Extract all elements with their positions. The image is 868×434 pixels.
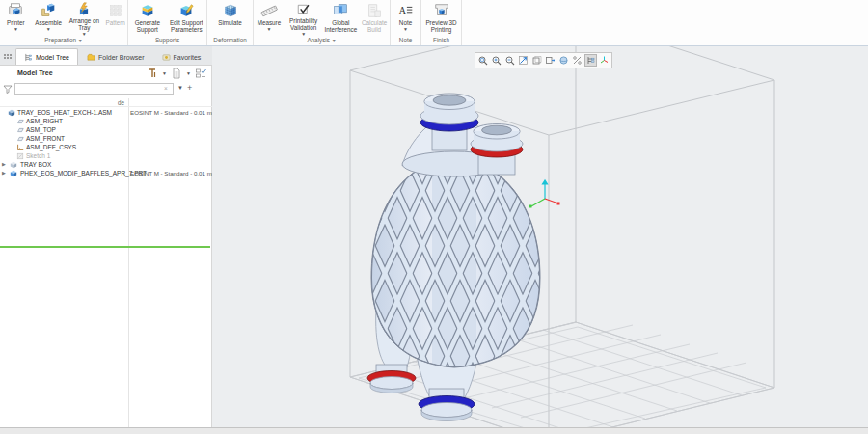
dropdown-arrow-icon[interactable]: ▼ [186,70,191,76]
filter-funnel-icon[interactable] [3,84,13,94]
ribbon-group-finish: Preview 3D Printing Finish [421,0,462,45]
simulate-label: Simulate [218,20,242,27]
edit-support-parameters-icon [176,2,196,19]
datum-plane-icon [16,118,24,125]
simulate-button[interactable]: Simulate [211,1,250,36]
preview-3d-printing-icon [432,2,451,19]
tab-folder-browser-label: Folder Browser [98,54,144,61]
spin-center-icon [599,55,610,66]
document-icon[interactable] [171,68,182,79]
tree-filter-display-button[interactable] [584,54,597,67]
assemble-icon [39,2,58,19]
status-bar [0,427,868,434]
tab-folder-browser[interactable]: Folder Browser [78,48,152,65]
tab-favorites-label: Favorites [174,54,202,61]
heat-exchanger-model[interactable] [220,94,625,427]
arrange-on-tray-icon [74,2,94,17]
datum-plane-icon [16,126,24,134]
zoom-in-button[interactable] [490,54,502,67]
tree-filter-display-icon [585,55,596,66]
preview-3d-printing-button[interactable]: Preview 3D Printing [423,1,460,36]
group-label-supports: Supports [128,36,206,45]
tree-row-tray-box[interactable]: ▶ TRAY BOX [0,160,212,169]
spin-center-button[interactable] [598,54,610,67]
zoom-out-button[interactable] [503,54,516,67]
view-normal-icon [545,55,556,66]
global-interference-button[interactable]: Global Interference [323,1,360,36]
tree-row-phex-part[interactable]: ▶ PHEX_EOS_MODIF_BAFFLES_APR_7.PRT EOSIN… [0,169,212,177]
calculate-build-icon [365,2,384,19]
tree-row-sketch[interactable]: Sketch 1 [0,151,212,160]
tree-settings-icon[interactable] [147,68,158,79]
preview-3d-printing-label: Preview 3D Printing [423,20,460,34]
columns-settings-icon[interactable] [195,68,206,79]
part-icon [10,170,17,177]
csys-icon [16,144,24,151]
tree-row-csys[interactable]: ASM_DEF_CSYS [0,143,212,151]
group-label-note: Note [391,36,420,45]
tree-row-datum-plane[interactable]: ASM_FRONT [0,134,212,143]
arrange-on-tray-label: Arrange on Tray [65,18,103,32]
dropdown-arrow-icon: ▼ [14,27,18,31]
tab-favorites[interactable]: Favorites [153,48,210,65]
dropdown-arrow-icon: ▼ [78,38,83,43]
expand-arrow-icon[interactable]: ▶ [2,170,6,176]
tree-filter-input[interactable] [14,83,174,95]
part-icon [10,161,17,169]
pattern-label: Pattern [105,20,124,27]
global-interference-icon [331,2,350,19]
datum-plane-icon [16,135,24,143]
ribbon-group-preparation: Printer ▼ Assemble ▼ [0,0,128,45]
group-label-analysis[interactable]: Analysis ▼ [254,36,390,45]
view-normal-button[interactable] [544,54,556,67]
add-filter-icon[interactable]: + [187,83,192,93]
ribbon-group-analysis: Measure ▼ Printability Validation ▼ [254,0,391,45]
group-label-deformation: Deformation [207,36,253,45]
svg-text:A: A [398,5,406,15]
datum-display-button[interactable] [571,54,583,67]
refit-button[interactable] [476,54,489,67]
panel-title: Model Tree [17,69,53,76]
tree-row-datum-plane[interactable]: ASM_TOP [0,125,212,134]
dropdown-arrow-icon: ▼ [46,27,51,31]
panel-drag-handle[interactable] [2,48,14,64]
printability-validation-label: Printability Validation [285,18,323,32]
clear-filter-icon[interactable]: × [164,85,168,92]
model-tree: de TRAY_EOS_HEAT_EXCH-1.ASM EOSINT M - S… [0,98,212,427]
printer-button[interactable]: Printer ▼ [0,1,32,36]
expand-arrow-icon[interactable]: ▶ [2,161,6,167]
group-label-preparation[interactable]: Preparation ▼ [0,36,127,45]
saved-orientations-button[interactable] [530,54,543,67]
insertion-indicator [0,246,210,248]
edit-support-parameters-label: Edit Support Parameters [167,20,206,34]
assemble-button[interactable]: Assemble ▼ [32,1,66,36]
3d-scene[interactable] [212,46,868,427]
dropdown-arrow-icon: ▼ [332,38,337,43]
edit-support-parameters-button[interactable]: Edit Support Parameters [167,1,206,36]
arrange-on-tray-button[interactable]: Arrange on Tray ▼ [65,1,103,36]
shaded-view-button[interactable] [557,54,570,67]
measure-icon [259,2,279,19]
calculate-build-button: Calculate Build [359,1,390,36]
tab-model-tree-label: Model Tree [36,54,69,61]
tab-model-tree[interactable]: Model Tree [15,48,78,65]
refit-icon [477,55,488,66]
datum-display-icon [572,55,583,66]
dropdown-arrow-icon[interactable]: ▼ [162,70,167,76]
printability-validation-button[interactable]: Printability Validation ▼ [285,1,323,36]
repaint-button[interactable] [517,54,529,67]
printer-icon [6,2,25,19]
ribbon-group-deformation: Simulate Deformation [207,0,254,45]
sketch-icon [16,152,24,160]
graphics-viewport[interactable] [212,46,868,427]
generate-support-button[interactable]: Generate Support [128,1,167,36]
dropdown-arrow-icon[interactable]: ▼ [177,85,183,91]
printability-validation-icon [294,2,313,17]
tree-row-datum-plane[interactable]: ASM_RIGHT [0,117,212,125]
note-button[interactable]: A Note ▼ [393,1,420,36]
tree-row-assembly[interactable]: TRAY_EOS_HEAT_EXCH-1.ASM EOSINT M - Stan… [0,108,212,117]
measure-button[interactable]: Measure ▼ [254,1,285,36]
saved-orientations-icon [531,55,542,66]
pattern-icon [106,2,125,19]
simulate-icon [221,2,240,19]
